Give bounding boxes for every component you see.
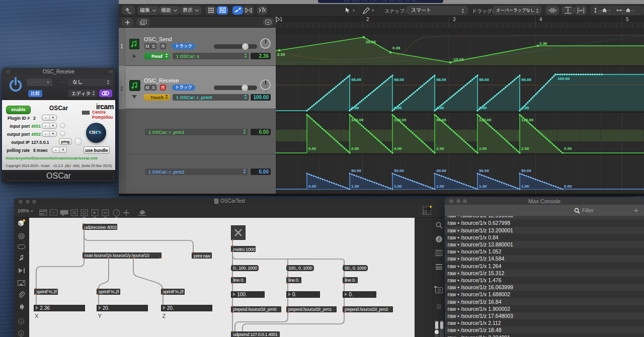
svg-text:1: 1 (280, 17, 283, 22)
svg-text:50.00: 50.00 (521, 168, 532, 173)
svg-text:50.00: 50.00 (351, 168, 362, 173)
svg-text:50.00: 50.00 (394, 168, 405, 173)
svg-text:-15.65: -15.65 (452, 57, 464, 62)
svg-text:100.00: 100.00 (351, 118, 364, 122)
svg-text:0.00: 0.00 (277, 52, 285, 57)
svg-text:0.00: 0.00 (564, 146, 572, 151)
svg-text:2.00: 2.00 (521, 146, 529, 151)
svg-text:5: 5 (626, 17, 629, 22)
svg-text:0.00: 0.00 (564, 184, 572, 189)
svg-text:50.00: 50.00 (479, 168, 490, 173)
svg-text:96.00: 96.00 (436, 118, 447, 122)
svg-text:2.00: 2.00 (436, 146, 444, 151)
svg-text:1.00: 1.00 (521, 184, 529, 189)
svg-text:3: 3 (453, 17, 456, 22)
svg-text:0.00: 0.00 (394, 106, 402, 110)
svg-text:0.00: 0.00 (479, 106, 487, 110)
svg-text:0.00: 0.00 (308, 146, 316, 151)
svg-text:2.36: 2.36 (539, 41, 547, 46)
svg-text:98.00: 98.00 (521, 77, 532, 82)
svg-text:120.00: 120.00 (521, 118, 534, 122)
svg-text:49.00: 49.00 (436, 168, 447, 173)
svg-text:2.00: 2.00 (479, 146, 487, 151)
svg-text:98.00: 98.00 (436, 77, 447, 82)
svg-text:98.00: 98.00 (394, 77, 405, 82)
svg-text:98.00: 98.00 (479, 77, 490, 82)
svg-text:1.00: 1.00 (436, 184, 444, 189)
svg-text:2: 2 (366, 17, 369, 22)
svg-text:2.00: 2.00 (351, 146, 359, 151)
svg-text:0.08: 0.08 (392, 46, 400, 50)
svg-text:4: 4 (539, 17, 542, 22)
svg-text:1.00: 1.00 (351, 184, 359, 189)
svg-text:0.00: 0.00 (351, 106, 359, 110)
svg-text:100.00: 100.00 (557, 76, 570, 81)
svg-text:1.00: 1.00 (479, 184, 487, 189)
svg-text:0.00: 0.00 (308, 184, 316, 189)
svg-text:100.00: 100.00 (394, 118, 407, 122)
svg-text:98.00: 98.00 (351, 77, 362, 82)
svg-text:4.00: 4.00 (394, 146, 402, 151)
svg-text:2.00: 2.00 (394, 184, 402, 189)
svg-text:2.00: 2.00 (436, 106, 444, 110)
svg-text:2.00: 2.00 (521, 106, 529, 110)
svg-text:120.00: 120.00 (479, 118, 492, 122)
svg-text:20.00: 20.00 (366, 40, 376, 44)
